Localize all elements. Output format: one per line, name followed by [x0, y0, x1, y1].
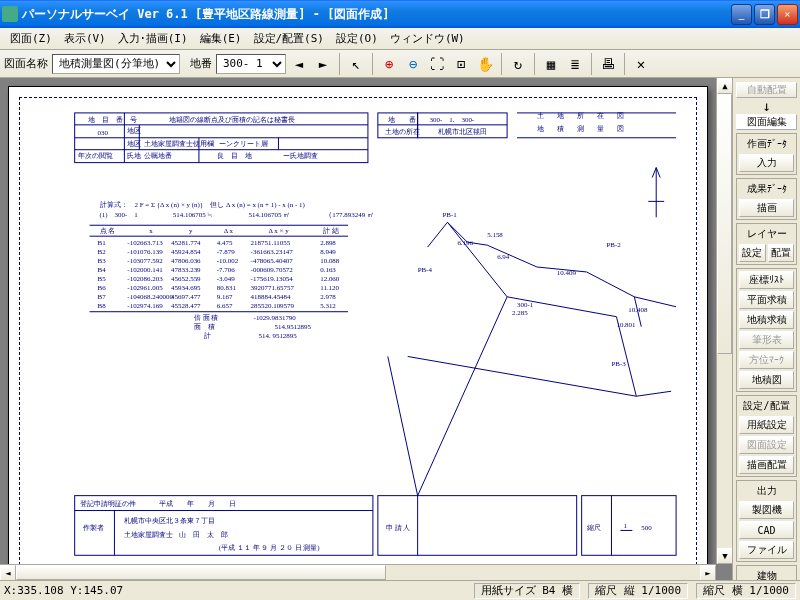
- svg-text:-102663.713: -102663.713: [127, 239, 163, 247]
- drawing-name-combo[interactable]: 地積測量図(分筆地): [52, 54, 180, 74]
- menu-edit[interactable]: 編集(E): [194, 29, 248, 48]
- grid-icon[interactable]: ▦: [540, 53, 562, 75]
- cad-button[interactable]: CAD: [739, 521, 794, 539]
- svg-text:-102086.203: -102086.203: [127, 275, 163, 283]
- zoom-fit-icon[interactable]: ⊡: [450, 53, 472, 75]
- svg-text:Δ x × y: Δ x × y: [269, 227, 290, 235]
- scroll-right-icon[interactable]: ►: [700, 565, 716, 580]
- auto-layout-button[interactable]: 自動配置: [736, 82, 797, 98]
- menu-settings[interactable]: 設定(O): [330, 29, 384, 48]
- coord-list-button[interactable]: 座標ﾘｽﾄ: [739, 271, 794, 289]
- svg-text:x: x: [149, 227, 153, 235]
- building-label: 建物: [739, 568, 794, 580]
- svg-text:218751.11055: 218751.11055: [251, 239, 291, 247]
- paper-set-button[interactable]: 用紙設定: [739, 416, 794, 434]
- pointer-tool[interactable]: ↖: [345, 53, 367, 75]
- svg-text:-478065.40407: -478065.40407: [251, 257, 294, 265]
- svg-text:2.978: 2.978: [320, 293, 336, 301]
- calc-table: 点 名 x y Δ x Δ x × y 計 結 B1-102663.713452…: [90, 225, 348, 339]
- shape-table-button[interactable]: 筆形表: [739, 331, 794, 349]
- svg-text:-7.879: -7.879: [217, 248, 235, 256]
- svg-text:-7.706: -7.706: [217, 266, 235, 274]
- drawing-set-button[interactable]: 図面設定: [739, 436, 794, 454]
- h-thumb[interactable]: [16, 565, 386, 580]
- statusbar: X:335.108 Y:145.07 用紙サイズ B4 横 縮尺 縦 1/100…: [0, 580, 800, 600]
- refresh-icon[interactable]: ↻: [507, 53, 529, 75]
- svg-text:公嘱地番: 公嘱地番: [144, 152, 172, 160]
- drawing-svg: 地 目 番 号 地籍図の線断点及び面積の記名は秘書長 030 地区 地区 土地家…: [20, 98, 696, 580]
- svg-text:10.408: 10.408: [628, 306, 648, 314]
- menu-zumen[interactable]: 図面(Z): [4, 29, 58, 48]
- svg-text:285520.109579: 285520.109579: [251, 302, 295, 310]
- svg-text:(平成 １１ 年 ９ 月 ２０ 日 測量): (平成 １１ 年 ９ 月 ２０ 日 測量): [219, 544, 320, 552]
- zoom-out-icon[interactable]: ⊖: [402, 53, 424, 75]
- seika-draw-button[interactable]: 描画: [739, 199, 794, 217]
- delete-icon[interactable]: ✕: [630, 53, 652, 75]
- svg-text:10.088: 10.088: [320, 257, 340, 265]
- window-title: パーソナルサーベイ Ver 6.1 [豊平地区路線測量] - [図面作成]: [22, 6, 731, 23]
- svg-text:8.949: 8.949: [320, 248, 336, 256]
- h-scrollbar[interactable]: ◄ ►: [0, 564, 716, 580]
- svg-text:10.801: 10.801: [616, 321, 636, 329]
- toolbar: 図面名称 地積測量図(分筆地) 地番 300- 1 ◄ ► ↖ ⊕ ⊖ ⛶ ⊡ …: [0, 50, 800, 78]
- menu-view[interactable]: 表示(V): [58, 29, 112, 48]
- svg-text:PB-3: PB-3: [611, 360, 626, 368]
- svg-text:0.163: 0.163: [320, 266, 336, 274]
- cadastral-button[interactable]: 地積図: [739, 371, 794, 389]
- svg-text:地区: 地区: [126, 127, 141, 135]
- edit-drawing-button[interactable]: 図面編集: [736, 114, 797, 130]
- layer-label: レイヤー: [739, 226, 794, 242]
- svg-text:45924.854: 45924.854: [171, 248, 201, 256]
- svg-text:土地家屋調査士: 土地家屋調査士: [124, 531, 173, 539]
- menu-input[interactable]: 入力･描画(I): [112, 29, 194, 48]
- scroll-left-icon[interactable]: ◄: [0, 565, 16, 580]
- svg-text:-103077.592: -103077.592: [127, 257, 163, 265]
- layer-place-button[interactable]: 配置: [768, 244, 795, 262]
- pan-icon[interactable]: ✋: [474, 53, 496, 75]
- draw-layout-button[interactable]: 描画配置: [739, 456, 794, 474]
- settei-label: 設定/配置: [739, 398, 794, 414]
- svg-text:6.94: 6.94: [497, 253, 510, 261]
- land-area-button[interactable]: 地積求積: [739, 311, 794, 329]
- print-icon[interactable]: 🖶: [597, 53, 619, 75]
- svg-text:地籍図の線断点及び面積の記名は秘書長: 地籍図の線断点及び面積の記名は秘書長: [168, 116, 295, 124]
- menubar: 図面(Z) 表示(V) 入力･描画(I) 編集(E) 設定/配置(S) 設定(O…: [0, 28, 800, 50]
- svg-text:-361663.23147: -361663.23147: [251, 248, 294, 256]
- sakuzu-label: 作画ﾃﾞｰﾀ: [739, 136, 794, 152]
- zoom-rect-icon[interactable]: ⛶: [426, 53, 448, 75]
- plotter-button[interactable]: 製図機: [739, 501, 794, 519]
- close-button[interactable]: ×: [777, 4, 798, 25]
- scale-v: 縮尺 縦 1/1000: [588, 583, 688, 599]
- svg-text:47806.036: 47806.036: [171, 257, 201, 265]
- svg-text:B8: B8: [98, 302, 107, 310]
- layer-set-button[interactable]: 設定: [739, 244, 766, 262]
- v-scrollbar[interactable]: ▲ ▼: [716, 78, 732, 564]
- file-button[interactable]: ファイル: [739, 541, 794, 559]
- svg-text:10.409: 10.409: [557, 269, 577, 277]
- prev-button[interactable]: ◄: [288, 53, 310, 75]
- sakuzu-input-button[interactable]: 入力: [739, 154, 794, 172]
- menu-window[interactable]: ウィンドウ(W): [384, 29, 471, 48]
- maximize-button[interactable]: ❐: [754, 4, 775, 25]
- compass-button[interactable]: 方位ﾏｰｸ: [739, 351, 794, 369]
- menu-layout[interactable]: 設定/配置(S): [248, 29, 331, 48]
- parcel-combo[interactable]: 300- 1: [216, 54, 286, 74]
- scroll-down-icon[interactable]: ▼: [717, 548, 732, 564]
- svg-text:45652.559: 45652.559: [171, 275, 201, 283]
- canvas-area[interactable]: 地 目 番 号 地籍図の線断点及び面積の記名は秘書長 030 地区 地区 土地家…: [0, 78, 732, 580]
- svg-line-97: [656, 168, 660, 178]
- zoom-in-icon[interactable]: ⊕: [378, 53, 400, 75]
- hdr-parcel-label: 地 目 番 号: [87, 116, 137, 124]
- svg-text:山　田　太　郎: 山 田 太 郎: [179, 531, 228, 539]
- svg-text:5.158: 5.158: [487, 231, 503, 239]
- minimize-button[interactable]: _: [731, 4, 752, 25]
- svg-text:45697.477: 45697.477: [171, 293, 201, 301]
- titlebar: パーソナルサーベイ Ver 6.1 [豊平地区路線測量] - [図面作成] _ …: [0, 0, 800, 28]
- v-thumb[interactable]: [717, 94, 732, 354]
- svg-text:45934.695: 45934.695: [171, 284, 201, 292]
- plane-area-button[interactable]: 平面求積: [739, 291, 794, 309]
- scroll-up-icon[interactable]: ▲: [717, 78, 732, 94]
- layers-icon[interactable]: ≣: [564, 53, 586, 75]
- svg-text:45281.774: 45281.774: [171, 239, 201, 247]
- next-button[interactable]: ►: [312, 53, 334, 75]
